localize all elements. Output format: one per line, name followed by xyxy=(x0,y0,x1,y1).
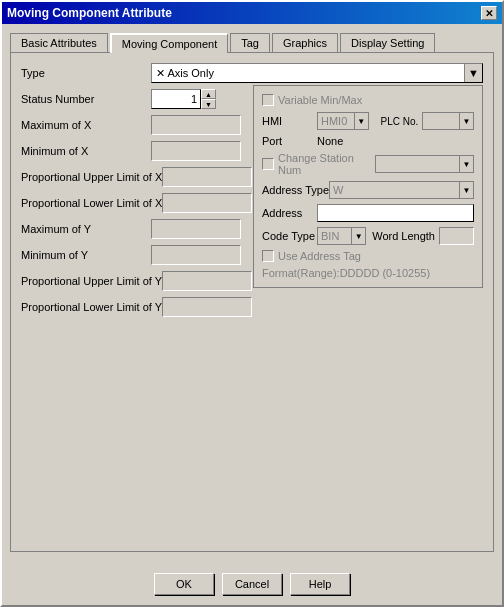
code-type-label: Code Type xyxy=(262,230,317,242)
plc-dropdown-arrow[interactable]: ▼ xyxy=(459,113,473,129)
max-x-label: Maximum of X xyxy=(21,119,151,131)
address-row: Address xyxy=(262,204,474,222)
address-label: Address xyxy=(262,207,317,219)
status-number-label: Status Number xyxy=(21,93,151,105)
address-type-row: Address Type W ▼ xyxy=(262,181,474,199)
change-station-arrow: ▼ xyxy=(459,156,473,172)
status-number-input[interactable]: 1 xyxy=(151,89,201,109)
prop-lower-y-input xyxy=(162,297,252,317)
hmi-value: HMI0 xyxy=(318,115,354,127)
change-station-dropdown: ▼ xyxy=(375,155,474,173)
tab-graphics[interactable]: Graphics xyxy=(272,33,338,53)
tab-bar: Basic Attributes Moving Component Tag Gr… xyxy=(10,32,494,52)
min-y-label: Minimum of Y xyxy=(21,249,151,261)
port-value: None xyxy=(317,135,343,147)
address-input[interactable] xyxy=(317,204,474,222)
max-y-input xyxy=(151,219,241,239)
variable-minmax-row: Variable Min/Max xyxy=(262,94,474,106)
min-x-input xyxy=(151,141,241,161)
window-title: Moving Component Attribute xyxy=(7,6,172,20)
spinner-down[interactable]: ▼ xyxy=(201,99,216,109)
hmi-dropdown-arrow[interactable]: ▼ xyxy=(354,113,368,129)
tab-basic[interactable]: Basic Attributes xyxy=(10,33,108,53)
address-type-value: W xyxy=(330,184,459,196)
address-type-dropdown-arrow[interactable]: ▼ xyxy=(459,182,473,198)
max-y-label: Maximum of Y xyxy=(21,223,151,235)
bottom-bar: OK Cancel Help xyxy=(2,563,502,605)
format-text: Format(Range):DDDDD (0-10255) xyxy=(262,267,474,279)
status-number-spinner: 1 ▲ ▼ xyxy=(151,89,216,109)
field-prop-lower-y: Proportional Lower Limit of Y xyxy=(21,297,483,317)
use-address-tag-row: Use Address Tag xyxy=(262,250,474,262)
prop-upper-x-input xyxy=(162,167,252,187)
type-row: Type ✕ Axis Only ▼ xyxy=(21,63,483,83)
prop-lower-y-label: Proportional Lower Limit of Y xyxy=(21,301,162,313)
spinner-up[interactable]: ▲ xyxy=(201,89,216,99)
hmi-plc-row: HMI HMI0 ▼ PLC No. ▼ xyxy=(262,112,474,130)
ok-button[interactable]: OK xyxy=(154,573,214,595)
change-station-checkbox[interactable] xyxy=(262,158,274,170)
plc-label: PLC No. xyxy=(381,116,419,127)
code-word-row: Code Type BIN ▼ Word Length xyxy=(262,227,474,245)
cancel-button[interactable]: Cancel xyxy=(222,573,282,595)
port-row: Port None xyxy=(262,135,474,147)
prop-upper-x-label: Proportional Upper Limit of X xyxy=(21,171,162,183)
tab-tag[interactable]: Tag xyxy=(230,33,270,53)
content-area: Basic Attributes Moving Component Tag Gr… xyxy=(2,24,502,560)
change-station-row: Change Station Num ▼ xyxy=(262,152,474,176)
prop-lower-x-label: Proportional Lower Limit of X xyxy=(21,197,162,209)
tab-panel: Type ✕ Axis Only ▼ Status Number 1 ▲ ▼ xyxy=(10,52,494,552)
min-y-input xyxy=(151,245,241,265)
word-length-input xyxy=(439,227,474,245)
hmi-dropdown[interactable]: HMI0 ▼ xyxy=(317,112,369,130)
prop-upper-y-label: Proportional Upper Limit of Y xyxy=(21,275,162,287)
hmi-label: HMI xyxy=(262,115,317,127)
tab-display[interactable]: Display Setting xyxy=(340,33,435,53)
code-type-arrow[interactable]: ▼ xyxy=(351,228,365,244)
word-length-label: Word Length xyxy=(372,230,435,242)
spinner-buttons: ▲ ▼ xyxy=(201,89,216,109)
use-address-tag-label: Use Address Tag xyxy=(278,250,361,262)
min-x-label: Minimum of X xyxy=(21,145,151,157)
plc-dropdown[interactable]: ▼ xyxy=(422,112,474,130)
tab-moving[interactable]: Moving Component xyxy=(110,33,228,53)
main-window: Moving Component Attribute ✕ Basic Attri… xyxy=(0,0,504,607)
variable-minmax-label: Variable Min/Max xyxy=(278,94,362,106)
code-type-dropdown[interactable]: BIN ▼ xyxy=(317,227,366,245)
type-dropdown-arrow[interactable]: ▼ xyxy=(464,64,482,82)
port-label: Port xyxy=(262,135,317,147)
variable-minmax-checkbox[interactable] xyxy=(262,94,274,106)
use-address-tag-checkbox[interactable] xyxy=(262,250,274,262)
address-type-dropdown[interactable]: W ▼ xyxy=(329,181,474,199)
chevron-down-icon: ▼ xyxy=(468,67,479,79)
max-x-input xyxy=(151,115,241,135)
right-panel: Variable Min/Max HMI HMI0 ▼ PLC No. ▼ xyxy=(253,85,483,288)
prop-lower-x-input xyxy=(162,193,252,213)
type-dropdown-value: ✕ Axis Only xyxy=(152,67,464,80)
type-label: Type xyxy=(21,67,151,79)
change-station-label: Change Station Num xyxy=(278,152,375,176)
prop-upper-y-input xyxy=(162,271,252,291)
help-button[interactable]: Help xyxy=(290,573,350,595)
close-button[interactable]: ✕ xyxy=(481,6,497,20)
type-dropdown[interactable]: ✕ Axis Only ▼ xyxy=(151,63,483,83)
code-type-value: BIN xyxy=(318,230,351,242)
title-bar: Moving Component Attribute ✕ xyxy=(2,2,502,24)
address-type-label: Address Type xyxy=(262,184,329,196)
